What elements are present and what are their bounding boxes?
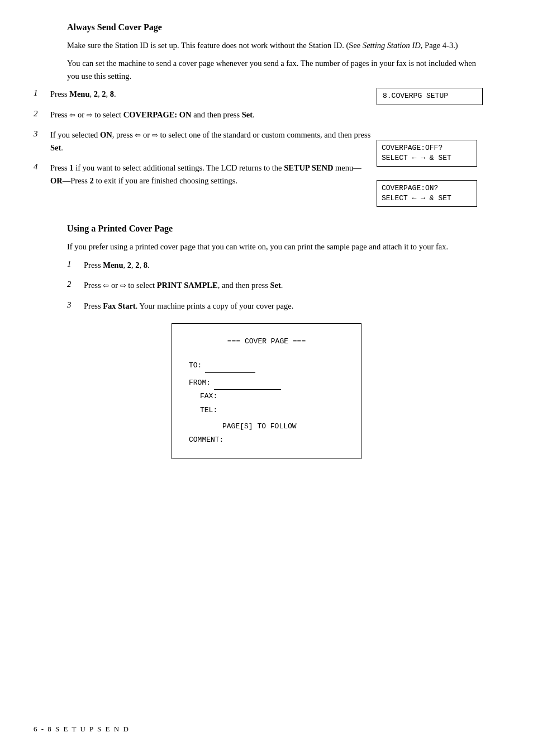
cover-page-fax: FAX:	[189, 390, 344, 404]
lcd-display-1: 8.COVERPG SETUP	[377, 88, 483, 105]
lcd-displays: 8.COVERPG SETUP COVERPAGE:OFF? SELECT ← …	[377, 88, 499, 207]
lcd-display-2: COVERPAGE:OFF? SELECT ← → & SET	[377, 140, 477, 167]
section1-step1: 1 Press Menu, 2, 2, 8.	[34, 88, 377, 100]
cover-page-tel: TEL:	[189, 404, 344, 418]
cover-page-comment: COMMENT:	[189, 433, 344, 447]
cover-page-to: TO:	[189, 359, 344, 373]
from-underline	[214, 382, 281, 390]
step-content: Press Menu, 2, 2, 8.	[84, 259, 499, 271]
lcd-display-3: COVERPAGE:ON? SELECT ← → & SET	[377, 180, 477, 207]
cover-page-title: === COVER PAGE ===	[189, 335, 344, 349]
step-content: Press Fax Start. Your machine prints a c…	[84, 300, 499, 312]
section1-step4: 4 Press 1 if you want to select addition…	[34, 162, 377, 187]
step-number: 2	[67, 279, 84, 289]
section2-step2: 2 Press ⇦ or ⇨ to select PRINT SAMPLE, a…	[67, 279, 499, 291]
section2-step1: 1 Press Menu, 2, 2, 8.	[67, 259, 499, 271]
section1-para1: Make sure the Station ID is set up. This…	[67, 39, 488, 51]
section1-step3: 3 If you selected ON, press ⇦ or ⇨ to se…	[34, 129, 377, 154]
step-content: Press 1 if you want to select additional…	[50, 162, 365, 187]
fax-label: FAX:	[200, 390, 217, 404]
section1-title: Always Send Cover Page	[67, 22, 499, 32]
step-content: Press ⇦ or ⇨ to select PRINT SAMPLE, and…	[84, 279, 499, 291]
section1-para2: You can set the machine to send a cover …	[67, 57, 488, 82]
section2: Using a Printed Cover Page If you prefer…	[34, 224, 499, 459]
step-number: 3	[67, 300, 84, 310]
step-number: 2	[34, 108, 50, 119]
step-content: Press Menu, 2, 2, 8.	[50, 88, 377, 100]
section2-title: Using a Printed Cover Page	[67, 224, 499, 234]
section1: Always Send Cover Page Make sure the Sta…	[34, 22, 499, 207]
section2-para1: If you prefer using a printed cover page…	[67, 240, 488, 253]
section2-step3: 3 Press Fax Start. Your machine prints a…	[67, 300, 499, 312]
cover-page-preview: === COVER PAGE === TO: FROM: FAX: TEL: P…	[172, 323, 361, 459]
step-number: 1	[34, 88, 50, 98]
to-underline	[205, 365, 255, 373]
step-number: 1	[67, 259, 84, 269]
section1-steps: 1 Press Menu, 2, 2, 8. 2 Press ⇦ or ⇨ to…	[34, 88, 377, 207]
step-content: Press ⇦ or ⇨ to select COVERPAGE: ON and…	[50, 108, 377, 121]
step-number: 3	[34, 129, 50, 139]
step-content: If you selected ON, press ⇦ or ⇨ to sele…	[50, 129, 377, 154]
cover-page-pages: PAGE[S] TO FOLLOW	[189, 420, 344, 434]
italic-ref: Setting Station ID	[363, 41, 421, 50]
cover-page-from: FROM:	[189, 376, 344, 390]
section1-step2: 2 Press ⇦ or ⇨ to select COVERPAGE: ON a…	[34, 108, 377, 121]
step-number: 4	[34, 162, 50, 172]
from-label: FROM:	[189, 376, 211, 390]
tel-label: TEL:	[200, 404, 217, 418]
page-footer: 6 - 8 S E T U P S E N D	[34, 725, 130, 734]
to-label: TO:	[189, 359, 202, 373]
